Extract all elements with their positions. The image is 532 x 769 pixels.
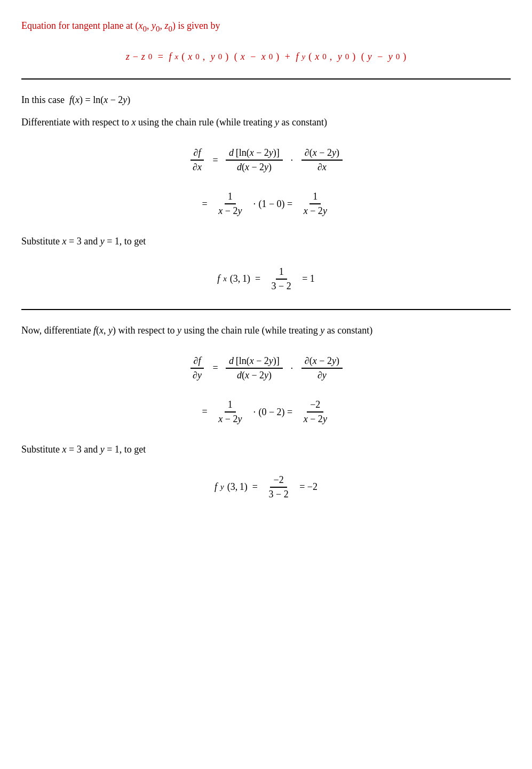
tangent-plane-equation: z − z0 = fx(x0, y0) (x − x0) + fy(x0, y0… (21, 51, 511, 62)
section-differentiate-y: Now, differentiate f(x, y) with respect … (21, 323, 511, 501)
differentiate-x-text: Differentiate with respect to x using th… (21, 115, 511, 130)
partial-fy-derivation: ∂f ∂y = d [ln(x − 2y)] d(x − 2y) ⋅ ∂(x −… (21, 354, 511, 426)
fy-result: fy(3, 1) = −2 3 − 2 = −2 (21, 473, 511, 501)
fx-result: fx(3, 1) = 1 3 − 2 = 1 (21, 265, 511, 293)
fx-step1: ∂f ∂x = d [ln(x − 2y)] d(x − 2y) ⋅ ∂(x −… (187, 146, 345, 174)
fy-step1: ∂f ∂y = d [ln(x − 2y)] d(x − 2y) ⋅ ∂(x −… (187, 354, 345, 382)
partial-fx-derivation: ∂f ∂x = d [ln(x − 2y)] d(x − 2y) ⋅ ∂(x −… (21, 146, 511, 218)
differentiate-y-text: Now, differentiate f(x, y) with respect … (21, 323, 511, 338)
divider-2 (21, 309, 511, 310)
substitute-x-text: Substitute x = 3 and y = 1, to get (21, 234, 511, 249)
substitute-y-text: Substitute x = 3 and y = 1, to get (21, 442, 511, 457)
section-differentiate-x: In this case f(x) = ln(x − 2y) Different… (21, 92, 511, 293)
page-content: Equation for tangent plane at (x0, y0, z… (21, 18, 511, 501)
tangent-plane-intro: Equation for tangent plane at (x0, y0, z… (21, 18, 511, 35)
case-intro: In this case f(x) = ln(x − 2y) (21, 92, 511, 108)
tangent-plane-section: Equation for tangent plane at (x0, y0, z… (21, 18, 511, 62)
fx-step2: = 1 x − 2y ⋅ (1 − 0) = 1 x − 2y (200, 190, 332, 218)
divider-1 (21, 78, 511, 80)
fy-step2: = 1 x − 2y ⋅ (0 − 2) = −2 x − 2y (200, 398, 332, 426)
